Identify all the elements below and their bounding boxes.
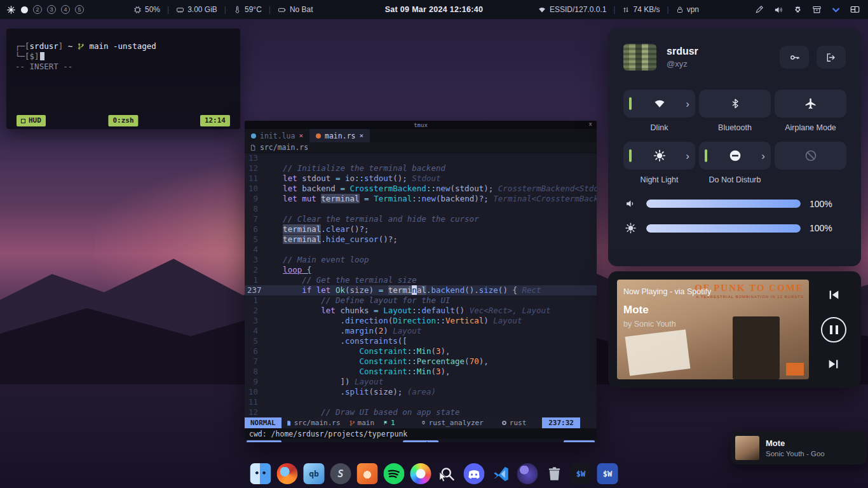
- toggle-airplane[interactable]: [775, 90, 846, 118]
- close-icon[interactable]: ×: [299, 132, 303, 140]
- dock-magnifier[interactable]: [437, 463, 458, 484]
- archive-icon[interactable]: [810, 3, 824, 16]
- toggle-label: Airplane Mode: [775, 123, 846, 133]
- blocked-icon: [804, 149, 817, 162]
- chevron-down-icon[interactable]: [829, 3, 843, 16]
- dock-script-w1[interactable]: $W: [571, 463, 592, 484]
- clock[interactable]: Sat 09 Mar 2024 12:16:40: [385, 5, 484, 14]
- volume-slider-row: 100%: [623, 198, 846, 209]
- dock-app-swirl[interactable]: S: [330, 463, 351, 484]
- bluetooth-icon: [730, 97, 740, 110]
- code-token: // Draw UI based on app state: [264, 407, 460, 417]
- album-art-figure: [733, 316, 780, 379]
- screen-layout-icon[interactable]: [848, 3, 862, 16]
- track-artist: by Sonic Youth: [623, 320, 676, 329]
- tmux-window-zsh[interactable]: 0:zsh: [108, 115, 138, 126]
- speaker-icon[interactable]: [771, 3, 785, 16]
- notification[interactable]: Mote Sonic Youth - Goo: [731, 431, 867, 464]
- dock-vscode[interactable]: [491, 463, 512, 484]
- dock-firefox[interactable]: [277, 463, 298, 484]
- code-text: let backend = CrosstermBackend::new(stdo…: [264, 184, 597, 194]
- code-line: 2 let chunks = Layout::default() Vec<Rec…: [245, 306, 597, 316]
- skip-back-icon[interactable]: [825, 288, 842, 302]
- toggle-blocked[interactable]: [775, 142, 846, 170]
- tmux-window-nvim[interactable]: 0:nvim: [403, 440, 438, 443]
- workspace-active-dot[interactable]: [21, 6, 28, 13]
- code-token: Layout: [393, 326, 421, 336]
- code-token: [360, 194, 365, 203]
- dock-discord[interactable]: [464, 463, 485, 484]
- terminal-window[interactable]: ┌─[srdusr] ~ main -unstaged └─[$] -- INS…: [6, 29, 240, 129]
- track-title: Mote: [623, 304, 649, 316]
- user-buttons: [780, 46, 846, 69]
- workspace-tag-3[interactable]: 3: [47, 5, 56, 14]
- dock-files[interactable]: [250, 463, 271, 484]
- prompt-branch: main: [85, 41, 109, 51]
- line-number: 9: [245, 377, 264, 387]
- code-area[interactable]: 1312 // Initialize the terminal backend1…: [245, 153, 597, 417]
- code-token: [264, 285, 302, 295]
- dock-app-orange[interactable]: [357, 463, 378, 484]
- buffer-tabs: init.lua × main.rs ×: [245, 129, 597, 142]
- breadcrumb-path: src/main.rs: [260, 143, 308, 152]
- toggle-wifi[interactable]: ›: [623, 90, 695, 118]
- toggle-do-not-disturb[interactable]: ›: [699, 142, 771, 170]
- pause-icon[interactable]: [821, 317, 846, 342]
- window-close-button[interactable]: x: [589, 121, 592, 127]
- dock-app-indigo[interactable]: [517, 463, 538, 484]
- volume-slider[interactable]: [646, 200, 801, 208]
- toggle-night-light[interactable]: ›: [623, 142, 695, 170]
- prompt-close: ]: [58, 41, 68, 51]
- wifi-stat[interactable]: ESSID/127.0.0.1: [538, 5, 606, 14]
- dock-script-w2[interactable]: $W: [597, 463, 618, 484]
- code-text: let stdout = io::stdout(); Stdout: [264, 173, 597, 184]
- chevron-right-icon[interactable]: ›: [686, 151, 689, 161]
- keys-button[interactable]: [780, 46, 809, 69]
- pen-icon[interactable]: [752, 3, 766, 16]
- dock-spotify[interactable]: [384, 463, 405, 484]
- code-token: ::: [412, 194, 421, 203]
- logout-button[interactable]: [817, 46, 846, 69]
- workspace-tag-4[interactable]: 4: [61, 5, 70, 14]
- temperature-value: 59°C: [245, 5, 262, 14]
- code-token: termi: [388, 285, 412, 295]
- code-text: Constraint::Min(3),: [264, 367, 597, 377]
- code-token: backend: [431, 285, 465, 295]
- code-text: .constraints([: [264, 336, 597, 346]
- line-number: 11: [245, 397, 264, 407]
- window-title: tmux: [414, 122, 428, 128]
- toggle-bluetooth[interactable]: [699, 90, 771, 118]
- code-token: ::: [412, 306, 421, 315]
- code-token: ),: [440, 346, 450, 356]
- avatar[interactable]: [623, 44, 656, 71]
- code-token: new: [421, 194, 436, 203]
- editor-window[interactable]: tmux x init.lua × main.rs × src/main.rs …: [245, 121, 597, 442]
- vpn-stat[interactable]: vpn: [676, 5, 699, 14]
- code-token: .: [321, 224, 326, 234]
- code-token: if let: [302, 285, 330, 295]
- code-token: ): [484, 316, 493, 325]
- separator: |: [665, 5, 671, 14]
- distro-logo-icon[interactable]: [6, 5, 16, 15]
- tab-init-lua[interactable]: init.lua ×: [245, 129, 309, 142]
- close-icon[interactable]: ×: [359, 132, 363, 140]
- chevron-right-icon[interactable]: ›: [686, 98, 689, 109]
- skip-forward-icon[interactable]: [825, 357, 842, 371]
- dock-trash[interactable]: [544, 463, 565, 484]
- chevron-right-icon[interactable]: ›: [761, 151, 765, 161]
- brightness-slider[interactable]: [646, 224, 801, 233]
- code-line: 4 .margin(2) Layout: [245, 326, 597, 336]
- dock-qutebrowser[interactable]: qb: [304, 463, 325, 484]
- code-token: =: [340, 184, 345, 193]
- workspace-tag-2[interactable]: 2: [33, 5, 42, 14]
- workspace-tag-5[interactable]: 5: [75, 5, 84, 14]
- code-token: [264, 194, 283, 203]
- rust-icon: [316, 133, 321, 139]
- album-art: OF PUNK TO COME A TERRESTRIAL BOMBINATIO…: [617, 280, 809, 379]
- code-token: [264, 184, 283, 193]
- cpu-icon: [133, 6, 142, 14]
- gear-icon[interactable]: [790, 3, 804, 16]
- tab-main-rs[interactable]: main.rs ×: [309, 129, 370, 142]
- code-token: CrosstermBackend<Stdout: [498, 184, 597, 193]
- dock-photos[interactable]: [410, 463, 431, 484]
